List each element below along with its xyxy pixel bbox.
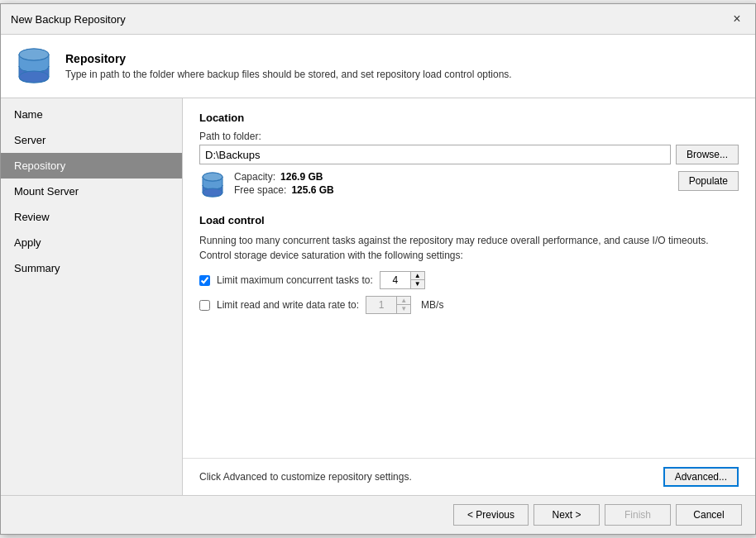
dialog-title: New Backup Repository xyxy=(11,13,126,26)
limit-rate-row: Limit read and write data rate to: ▲ ▼ M… xyxy=(199,296,739,314)
sidebar-item-review[interactable]: Review xyxy=(1,204,182,230)
cancel-button[interactable]: Cancel xyxy=(676,504,742,526)
capacity-info: Capacity: 126.9 GB Free space: 125.6 GB xyxy=(234,171,334,198)
svg-point-1 xyxy=(19,71,49,83)
header-section: Repository Type in path to the folder wh… xyxy=(1,35,755,98)
title-bar: New Backup Repository × xyxy=(1,4,755,35)
sidebar-item-summary[interactable]: Summary xyxy=(1,255,182,281)
advanced-text: Click Advanced to customize repository s… xyxy=(199,471,412,483)
capacity-area: Capacity: 126.9 GB Free space: 125.6 GB … xyxy=(199,171,739,201)
sidebar: Name Server Repository Mount Server Revi… xyxy=(1,98,183,495)
limit-rate-checkbox[interactable] xyxy=(199,300,210,311)
database-icon-small xyxy=(199,171,226,198)
limit-rate-input[interactable] xyxy=(366,297,396,313)
main-panel: Location Path to folder: Browse... xyxy=(183,98,755,458)
limit-tasks-checkbox[interactable] xyxy=(199,275,210,286)
limit-tasks-input[interactable] xyxy=(380,272,410,288)
location-section: Location Path to folder: Browse... xyxy=(199,112,739,201)
limit-tasks-spinner: ▲ ▼ xyxy=(380,271,425,289)
svg-point-5 xyxy=(203,173,222,181)
limit-tasks-spin-down[interactable]: ▼ xyxy=(411,280,424,288)
load-control-description: Running too many concurrent tasks agains… xyxy=(199,233,739,263)
main-content-wrapper: Location Path to folder: Browse... xyxy=(183,98,755,495)
limit-tasks-label: Limit maximum concurrent tasks to: xyxy=(217,274,373,286)
path-input[interactable] xyxy=(199,145,671,164)
location-title: Location xyxy=(199,112,739,124)
browse-button[interactable]: Browse... xyxy=(676,145,739,164)
limit-rate-spinner: ▲ ▼ xyxy=(366,296,411,314)
capacity-label: Capacity: xyxy=(234,171,275,183)
next-button[interactable]: Next > xyxy=(534,504,600,526)
capacity-value: 126.9 GB xyxy=(280,171,323,183)
sidebar-item-mount-server[interactable]: Mount Server xyxy=(1,179,182,204)
path-label: Path to folder: xyxy=(199,131,739,142)
capacity-row: Capacity: 126.9 GB Free space: 125.6 GB xyxy=(199,171,334,198)
svg-point-4 xyxy=(203,188,222,197)
limit-tasks-row: Limit maximum concurrent tasks to: ▲ ▼ xyxy=(199,271,739,289)
header-title: Repository xyxy=(65,52,512,65)
path-row: Browse... xyxy=(199,145,739,164)
sidebar-item-apply[interactable]: Apply xyxy=(1,230,182,255)
populate-button[interactable]: Populate xyxy=(678,171,739,191)
sidebar-item-server[interactable]: Server xyxy=(1,127,182,153)
load-control-title: Load control xyxy=(199,214,739,226)
database-icon-large xyxy=(14,46,54,86)
dialog-footer: < Previous Next > Finish Cancel xyxy=(1,495,755,534)
limit-rate-spin-buttons: ▲ ▼ xyxy=(396,297,410,313)
advanced-footer: Click Advanced to customize repository s… xyxy=(183,458,755,495)
header-description: Type in path to the folder where backup … xyxy=(65,69,512,80)
advanced-button[interactable]: Advanced... xyxy=(663,467,739,487)
mb-label: MB/s xyxy=(421,299,443,311)
limit-tasks-spin-buttons: ▲ ▼ xyxy=(410,272,424,288)
load-control-section: Load control Running too many concurrent… xyxy=(199,214,739,314)
close-button[interactable]: × xyxy=(729,11,745,27)
sidebar-item-name[interactable]: Name xyxy=(1,102,182,127)
limit-rate-spin-up[interactable]: ▲ xyxy=(397,297,410,305)
new-backup-repository-dialog: New Backup Repository × Repository Type … xyxy=(0,3,756,535)
limit-rate-label: Limit read and write data rate to: xyxy=(217,299,359,311)
sidebar-item-repository[interactable]: Repository xyxy=(1,153,182,179)
free-space-label: Free space: xyxy=(234,184,286,196)
finish-button[interactable]: Finish xyxy=(605,504,671,526)
free-space-value: 125.6 GB xyxy=(291,184,333,196)
content-area: Name Server Repository Mount Server Revi… xyxy=(1,98,755,495)
previous-button[interactable]: < Previous xyxy=(453,504,529,526)
header-text: Repository Type in path to the folder wh… xyxy=(65,52,512,80)
svg-point-2 xyxy=(19,49,49,60)
limit-tasks-spin-up[interactable]: ▲ xyxy=(411,272,424,280)
limit-rate-spin-down[interactable]: ▼ xyxy=(397,305,410,313)
